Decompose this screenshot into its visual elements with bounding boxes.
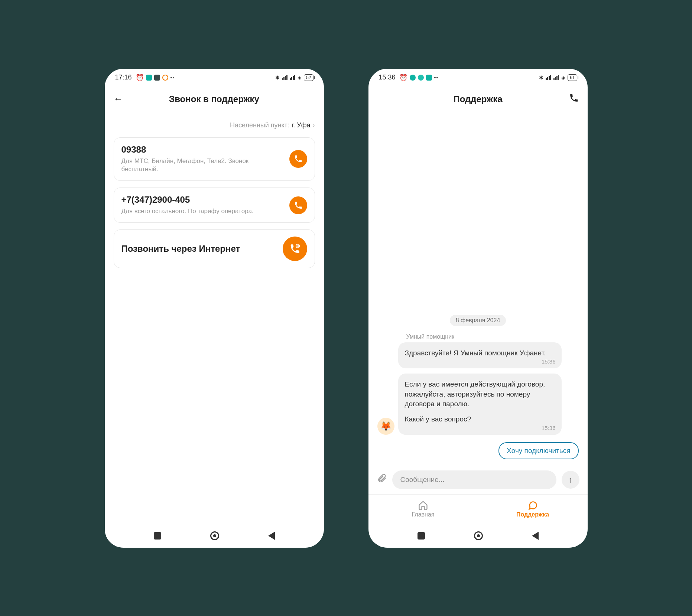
- quick-reply-row: Хочу подключиться: [377, 442, 579, 459]
- bluetooth-icon: [539, 75, 543, 81]
- bot-avatar: 🦊: [377, 418, 394, 435]
- phone-number: +7(347)2900-405: [121, 195, 283, 205]
- sender-name: Умный помощник: [406, 333, 579, 340]
- arrow-up-icon: ↑: [568, 475, 572, 485]
- message-time: 15:36: [542, 358, 556, 365]
- bluetooth-icon: [275, 75, 280, 81]
- status-time: 15:36: [379, 74, 396, 81]
- alarm-icon: ⏰: [399, 74, 407, 82]
- home-button[interactable]: [474, 531, 483, 540]
- more-indicator-icon: ••: [434, 75, 439, 81]
- chat-area: 8 февраля 2024 Умный помощник Здравствуй…: [368, 112, 588, 524]
- phone-icon: [294, 201, 303, 210]
- locality-selector[interactable]: Населенный пункт: г. Уфа ›: [114, 121, 315, 129]
- signal-icon: [290, 75, 295, 80]
- chat-scroll[interactable]: 8 февраля 2024 Умный помощник Здравствуй…: [368, 112, 588, 466]
- message-input[interactable]: Сообщение...: [392, 470, 556, 489]
- chevron-right-icon: ›: [313, 121, 315, 129]
- phone-call-support: 17:16 ⏰ •• 52 ← Звонок в поддержку Насел…: [105, 69, 324, 548]
- nav-label: Главная: [412, 511, 435, 518]
- phone-description: Для всего остального. По тарифу оператор…: [121, 207, 283, 216]
- phone-support-chat: 15:36 ⏰ •• 61 Поддержка 8 февраля 2024 У…: [368, 69, 588, 548]
- message-row: 🦊 Если у вас имеется действующий договор…: [377, 374, 579, 434]
- phone-description: Для МТС, Билайн, Мегафон, Теле2. Звонок …: [121, 157, 283, 174]
- page-title: Звонок в поддержку: [105, 94, 324, 104]
- nav-label: Поддержка: [516, 511, 549, 518]
- chat-bubble: Здравствуйте! Я Умный помощник Уфанет. 1…: [398, 342, 562, 369]
- bottom-nav: Главная Поддержка: [368, 494, 588, 524]
- app-indicator-icon: [154, 75, 160, 81]
- app-indicator-icon: [410, 75, 416, 81]
- attach-button[interactable]: [377, 473, 387, 486]
- status-time: 17:16: [115, 74, 132, 81]
- battery-indicator: 52: [304, 74, 313, 81]
- call-card-short-number[interactable]: 09388 Для МТС, Билайн, Мегафон, Теле2. З…: [114, 137, 315, 181]
- app-header: Поддержка: [368, 87, 588, 112]
- nav-support[interactable]: Поддержка: [478, 495, 588, 524]
- status-bar: 15:36 ⏰ •• 61: [368, 69, 588, 87]
- dial-button[interactable]: [289, 150, 307, 168]
- page-title: Поддержка: [368, 94, 588, 104]
- signal-icon: [553, 75, 559, 80]
- message-text: Какой у вас вопрос?: [405, 414, 555, 424]
- phone-icon: [569, 93, 579, 103]
- message-row: Здравствуйте! Я Умный помощник Уфанет. 1…: [377, 342, 579, 369]
- back-button[interactable]: [532, 532, 539, 540]
- wifi-icon: [298, 75, 302, 81]
- app-indicator-icon: [162, 75, 168, 81]
- chat-input-bar: Сообщение... ↑: [368, 466, 588, 494]
- locality-value: г. Уфа: [292, 121, 311, 129]
- phone-icon: [294, 154, 303, 163]
- quick-reply-chip[interactable]: Хочу подключиться: [498, 442, 578, 459]
- signal-icon: [546, 75, 551, 80]
- home-icon: [418, 500, 428, 511]
- phone-globe-icon: [289, 243, 300, 254]
- alarm-icon: ⏰: [136, 74, 144, 82]
- call-card-landline[interactable]: +7(347)2900-405 Для всего остального. По…: [114, 188, 315, 223]
- recents-button[interactable]: [418, 532, 425, 540]
- android-nav-bar: [105, 524, 324, 548]
- voip-title: Позвонить через Интернет: [121, 244, 277, 254]
- wifi-icon: [561, 75, 565, 81]
- app-header: ← Звонок в поддержку: [105, 87, 324, 112]
- android-nav-bar: [368, 524, 588, 548]
- app-indicator-icon: [418, 75, 424, 81]
- paperclip-icon: [377, 473, 387, 483]
- message-text: Если у вас имеется действующий договор, …: [405, 379, 555, 409]
- battery-indicator: 61: [568, 74, 577, 81]
- more-indicator-icon: ••: [170, 75, 175, 81]
- dial-button[interactable]: [289, 196, 307, 214]
- chat-icon: [527, 500, 538, 511]
- call-card-voip[interactable]: Позвонить через Интернет: [114, 229, 315, 268]
- call-support-content: Населенный пункт: г. Уфа › 09388 Для МТС…: [105, 112, 324, 524]
- voip-dial-button[interactable]: [283, 237, 307, 261]
- call-support-button[interactable]: [569, 93, 579, 105]
- nav-home[interactable]: Главная: [368, 495, 478, 524]
- send-button[interactable]: ↑: [562, 471, 579, 489]
- chat-date-label: 8 февраля 2024: [450, 315, 506, 326]
- message-text: Здравствуйте! Я Умный помощник Уфанет.: [405, 349, 546, 357]
- locality-label: Населенный пункт:: [230, 121, 289, 129]
- signal-icon: [282, 75, 287, 80]
- app-indicator-icon: [146, 75, 152, 81]
- status-bar: 17:16 ⏰ •• 52: [105, 69, 324, 87]
- chat-bubble: Если у вас имеется действующий договор, …: [398, 374, 562, 434]
- recents-button[interactable]: [154, 532, 161, 540]
- back-button[interactable]: [268, 532, 275, 540]
- app-indicator-icon: [426, 75, 432, 81]
- message-time: 15:36: [542, 424, 556, 432]
- home-button[interactable]: [210, 531, 219, 540]
- phone-number: 09388: [121, 144, 283, 155]
